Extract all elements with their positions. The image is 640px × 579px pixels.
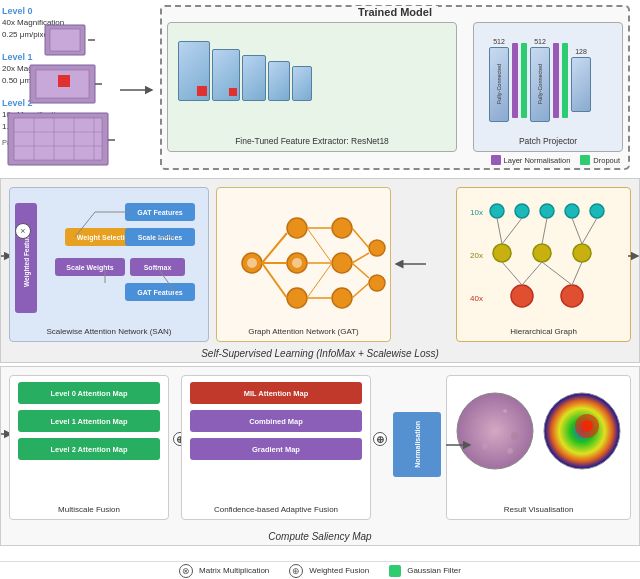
scale-indices-node: Scale Indices [125,228,195,246]
gaussian-filter-label: Gaussian Filter [407,566,461,575]
bottom-section: Level 0 Attention Map Level 1 Attention … [0,366,640,546]
combined-map: Combined Map [190,410,362,432]
matrix-mult-symbol: ⊗ [179,564,193,578]
fc-size-2: 512 [530,38,550,45]
fc-blocks: 512 Fully-Connected 512 Fully-Connected [489,38,591,122]
adaptive-box: MIL Attention Map Combined Map Gradient … [181,375,371,520]
legend-weighted-fusion: ⊕ Weighted Fusion [289,564,369,578]
red-square-2 [229,88,237,96]
svg-point-75 [511,432,519,440]
normalization-label: Normalisation [414,421,421,468]
cnn-block-1 [178,41,210,101]
svg-point-27 [287,288,307,308]
svg-point-53 [590,204,604,218]
mil-attention-map: MIL Attention Map [190,382,362,404]
svg-point-51 [540,204,554,218]
hier-graph-label: Hierarchical Graph [457,327,630,336]
weighted-fusion-symbol: ⊕ [289,564,303,578]
svg-point-25 [287,218,307,238]
svg-rect-1 [50,29,80,51]
svg-line-66 [502,262,522,285]
trained-model-title: Trained Model [352,6,438,18]
matrix-mult-label: Matrix Multiplication [199,566,269,575]
legend-layer-norm-color [491,155,501,165]
svg-point-72 [457,393,533,469]
svg-line-42 [352,253,369,263]
fc-block-2: Fully-Connected [530,47,550,122]
svg-line-64 [572,218,582,244]
level-2-attention-map: Level 2 Attention Map [18,438,160,460]
tma-pyramid-svg: TMA Core [0,15,130,170]
softmax-node: Softmax [130,258,185,276]
svg-point-76 [482,443,488,449]
svg-point-45 [247,258,257,268]
gat-svg [222,198,387,328]
weighted-features-bar: Weighted Features [15,203,37,313]
svg-point-56 [533,244,551,262]
level-1-attention-map: Level 1 Attention Map [18,410,160,432]
svg-point-52 [565,204,579,218]
svg-point-74 [503,409,507,413]
top-section: Level 0 40x Magnification 0.25 μm/pixel … [0,0,640,175]
gat-features-bot: GAT Features [125,283,195,301]
svg-point-73 [477,418,483,424]
svg-point-28 [332,218,352,238]
svg-point-80 [581,420,593,432]
legend-gaussian-filter: Gaussian Filter [389,565,461,577]
patch-projector-label: Patch Projector [474,136,622,146]
main-container: Level 0 40x Magnification 0.25 μm/pixel … [0,0,640,579]
gat-features-top: GAT Features [125,203,195,221]
gaussian-filter-icon [389,565,401,577]
svg-text:40x: 40x [470,294,483,303]
svg-line-33 [262,233,287,263]
cnn-block-4 [268,61,290,101]
gat-box: Graph Attention Network (GAT) [216,187,391,342]
svg-line-61 [497,218,502,244]
svg-line-44 [352,283,369,298]
svg-point-59 [511,285,533,307]
svg-point-50 [515,204,529,218]
norm-to-result-arrow [444,435,474,455]
level-0-attention-map: Level 0 Attention Map [18,382,160,404]
multiscale-box: Level 0 Attention Map Level 1 Attention … [9,375,169,520]
svg-line-65 [582,218,597,244]
arrow-to-model [118,80,158,100]
fc-block-1: Fully-Connected [489,47,509,122]
feature-extractor-area: Fine-Tuned Feature Extractor: ResNet18 [167,22,457,152]
svg-line-39 [307,228,332,263]
legend-layer-norm-label: Layer Normalisation [504,156,571,165]
fc-512-2: 512 Fully-Connected [530,38,550,122]
svg-line-40 [307,263,332,298]
fc-label-2: Fully-Connected [537,64,543,104]
weighted-fusion-label: Weighted Fusion [309,566,369,575]
cnn-block-2 [212,49,240,101]
dropout-1 [521,43,527,118]
layer-norm-2 [553,43,559,118]
san-box: Weighted Features × GAT Features Weight … [9,187,209,342]
bottom-legend: ⊗ Matrix Multiplication ⊕ Weighted Fusio… [0,561,640,579]
svg-point-60 [561,285,583,307]
svg-point-32 [369,275,385,291]
multiscale-label: Multiscale Fusion [10,505,168,514]
fc-size-3: 128 [571,48,591,55]
san-label: Scalewise Attention Network (SAN) [10,327,208,336]
result-viz-label: Result Visualisation [447,505,630,514]
fc-block-3 [571,57,591,112]
plus-circle-2: ⊕ [373,432,387,446]
multiply-symbol: × [15,223,31,239]
svg-line-43 [352,263,369,278]
svg-rect-4 [58,75,70,87]
scale-weights-node: Scale Weights [55,258,125,276]
svg-line-67 [522,262,542,285]
legend-matrix-mult: ⊗ Matrix Multiplication [179,564,269,578]
svg-line-68 [542,262,572,285]
right-arrow-middle [626,244,640,269]
svg-point-49 [490,204,504,218]
dropout-2 [562,43,568,118]
svg-point-55 [493,244,511,262]
legend-dropout: Dropout [580,155,620,165]
san-nodes: GAT Features Weight Selection Scale Indi… [45,198,200,328]
middle-section-label: Self-Supervised Learning (InfoMax + Scal… [1,348,639,359]
feature-extractor-label: Fine-Tuned Feature Extractor: ResNet18 [168,136,456,146]
normalization-box: Normalisation [393,412,441,477]
